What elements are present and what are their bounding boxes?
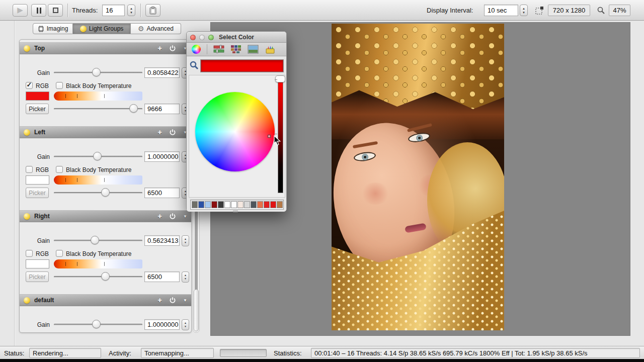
zoom-icon[interactable] [597, 6, 605, 15]
picker-button[interactable]: Picker [26, 104, 49, 114]
bbt-checkbox[interactable] [56, 250, 63, 257]
color-wheel-marker[interactable] [268, 135, 271, 138]
swatch[interactable] [277, 201, 283, 208]
display-interval-stepper[interactable]: ▲ ▼ [520, 5, 528, 16]
section-header[interactable]: Left + ▼ [20, 126, 191, 138]
swatch-drawer-grip[interactable] [233, 210, 238, 212]
dialog-title: Select Color [219, 34, 254, 41]
crayons-mode-icon[interactable] [265, 45, 276, 54]
picker-value-field[interactable]: 6500 [144, 272, 180, 282]
picker-button[interactable]: Picker [26, 188, 49, 198]
slider-thumb[interactable] [92, 68, 101, 76]
tab-label: Advanced [147, 25, 174, 32]
tab-light-groups[interactable]: Light Groups [73, 23, 131, 34]
gain-value-field[interactable]: 0.5623413 [144, 235, 180, 246]
add-icon[interactable]: + [157, 129, 162, 136]
light-bulb-icon [24, 297, 30, 304]
bbt-checkbox[interactable] [56, 166, 63, 173]
gain-slider[interactable] [54, 235, 142, 245]
status-bar: Status: Rendering... Activity: Tonemappi… [0, 346, 644, 359]
swatch[interactable] [205, 201, 211, 208]
slider-thumb[interactable] [101, 272, 110, 281]
add-icon[interactable]: + [157, 45, 162, 52]
picker-button[interactable]: Picker [26, 272, 49, 282]
picker-value-field[interactable]: 6500 [144, 188, 180, 198]
swatch[interactable] [218, 201, 224, 208]
resolution-icon[interactable] [535, 6, 544, 15]
sliders-mode-icon[interactable] [213, 45, 224, 54]
stop-button[interactable] [48, 4, 63, 17]
scrollbar-thumb[interactable] [194, 289, 199, 331]
swatch[interactable] [251, 201, 257, 208]
slider-thumb[interactable] [92, 320, 101, 328]
chevron-down-icon[interactable]: ▼ [183, 298, 187, 303]
swatch[interactable] [270, 201, 276, 208]
gain-stepper[interactable]: ▲▼ [182, 235, 189, 246]
color-swatch-well[interactable] [26, 175, 49, 185]
display-interval-input[interactable]: 10 sec [484, 5, 518, 16]
swatch-strip[interactable] [190, 200, 284, 210]
blackbody-gradient-bar [54, 175, 142, 185]
gain-slider[interactable] [54, 151, 142, 161]
copy-button[interactable] [145, 4, 160, 17]
image-palettes-mode-icon[interactable] [248, 45, 259, 54]
color-swatch-well[interactable] [26, 92, 49, 101]
color-swatch-well[interactable] [26, 259, 49, 268]
threads-input[interactable]: 16 [102, 5, 125, 16]
slider-thumb[interactable] [93, 152, 102, 160]
swatch[interactable] [264, 201, 270, 208]
swatch[interactable] [224, 201, 230, 208]
swatch[interactable] [257, 201, 263, 208]
tab-imaging[interactable]: Imaging [33, 23, 73, 34]
picker-stepper[interactable]: ▲▼ [182, 272, 189, 283]
bbt-checkbox[interactable] [56, 82, 63, 89]
section-header[interactable]: default + ▼ [20, 294, 191, 306]
power-icon[interactable] [169, 213, 176, 220]
power-icon[interactable] [169, 45, 176, 52]
slider-thumb[interactable] [129, 104, 138, 113]
picker-slider[interactable] [54, 104, 142, 114]
swatch[interactable] [237, 201, 244, 208]
palettes-mode-icon[interactable] [230, 45, 242, 54]
section-header[interactable]: Right + ▼ [20, 210, 191, 222]
swatch[interactable] [211, 201, 217, 208]
brightness-slider-thumb[interactable] [275, 75, 285, 82]
color-wheel-mode-icon[interactable] [192, 45, 201, 54]
picker-slider[interactable] [54, 188, 142, 198]
minimize-button[interactable] [199, 35, 205, 40]
swatch[interactable] [244, 201, 250, 208]
picker-value-field[interactable]: 9666 [144, 104, 180, 114]
power-icon[interactable] [169, 297, 176, 304]
light-bulb-icon [24, 45, 30, 52]
swatch[interactable] [192, 201, 198, 208]
slider-thumb[interactable] [91, 236, 99, 244]
rgb-checkbox[interactable]: ✓ [26, 82, 33, 89]
gain-slider[interactable] [54, 319, 142, 329]
current-color-well[interactable] [201, 60, 283, 72]
panel-splitter[interactable] [14, 21, 15, 346]
zoom-button[interactable] [208, 35, 214, 40]
threads-stepper[interactable]: ▲ ▼ [127, 5, 135, 16]
gain-value-field[interactable]: 1.0000000 [144, 151, 180, 162]
magnifier-icon[interactable] [189, 60, 199, 70]
gain-value-field[interactable]: 1.0000000 [144, 319, 180, 330]
power-icon[interactable] [169, 129, 176, 136]
gain-stepper[interactable]: ▲▼ [182, 319, 189, 330]
swatch[interactable] [198, 201, 204, 208]
picker-slider[interactable] [54, 272, 142, 282]
rgb-checkbox[interactable] [26, 250, 33, 257]
gain-slider[interactable] [54, 67, 142, 77]
color-wheel[interactable] [195, 92, 275, 171]
rgb-checkbox[interactable] [26, 166, 33, 173]
tab-advanced[interactable]: ⚙ Advanced [131, 23, 181, 34]
gain-value-field[interactable]: 0.8058422 [144, 67, 180, 78]
close-button[interactable] [190, 35, 196, 40]
add-icon[interactable]: + [157, 213, 162, 220]
pause-button[interactable] [31, 4, 46, 17]
swatch[interactable] [231, 201, 237, 208]
section-header[interactable]: Top + ▼ [20, 42, 191, 54]
play-button[interactable]: ▶ [13, 4, 28, 17]
chevron-down-icon[interactable]: ▼ [183, 214, 187, 219]
add-icon[interactable]: + [157, 297, 162, 304]
slider-thumb[interactable] [101, 188, 110, 197]
